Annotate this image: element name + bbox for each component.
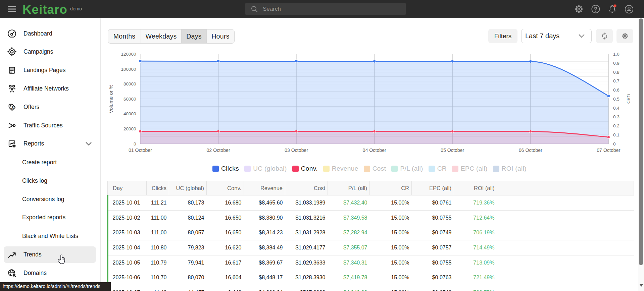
svg-text:01 October: 01 October xyxy=(129,148,152,153)
svg-text:0.9: 0.9 xyxy=(613,61,620,66)
svg-text:0: 0 xyxy=(613,141,616,147)
svg-text:0.7: 0.7 xyxy=(613,78,620,83)
svg-text:S: S xyxy=(11,105,14,109)
svg-text:0.4: 0.4 xyxy=(613,106,620,111)
svg-text:20000: 20000 xyxy=(123,126,136,131)
svg-text:60000: 60000 xyxy=(123,97,136,102)
svg-text:0: 0 xyxy=(134,141,136,147)
svg-text:02 October: 02 October xyxy=(206,148,230,153)
svg-text:03 October: 03 October xyxy=(285,148,308,153)
svg-text:Volume or %: Volume or % xyxy=(108,84,114,113)
svg-text:0.2: 0.2 xyxy=(613,123,620,128)
svg-text:06 October: 06 October xyxy=(519,148,542,153)
svg-text:07 October: 07 October xyxy=(597,148,620,153)
svg-text:0.6: 0.6 xyxy=(613,88,620,93)
svg-text:USD: USD xyxy=(626,94,631,104)
svg-text:05 October: 05 October xyxy=(441,148,464,153)
svg-text:1.0: 1.0 xyxy=(613,52,620,57)
svg-text:0.5: 0.5 xyxy=(613,97,620,102)
svg-text:0.8: 0.8 xyxy=(613,70,620,75)
svg-text:40000: 40000 xyxy=(123,111,136,116)
svg-text:100000: 100000 xyxy=(121,67,136,72)
svg-text:80000: 80000 xyxy=(123,81,136,86)
svg-text:04 October: 04 October xyxy=(363,148,386,153)
svg-text:120000: 120000 xyxy=(121,52,136,57)
svg-text:0.1: 0.1 xyxy=(613,132,620,137)
svg-text:0.3: 0.3 xyxy=(613,114,620,119)
